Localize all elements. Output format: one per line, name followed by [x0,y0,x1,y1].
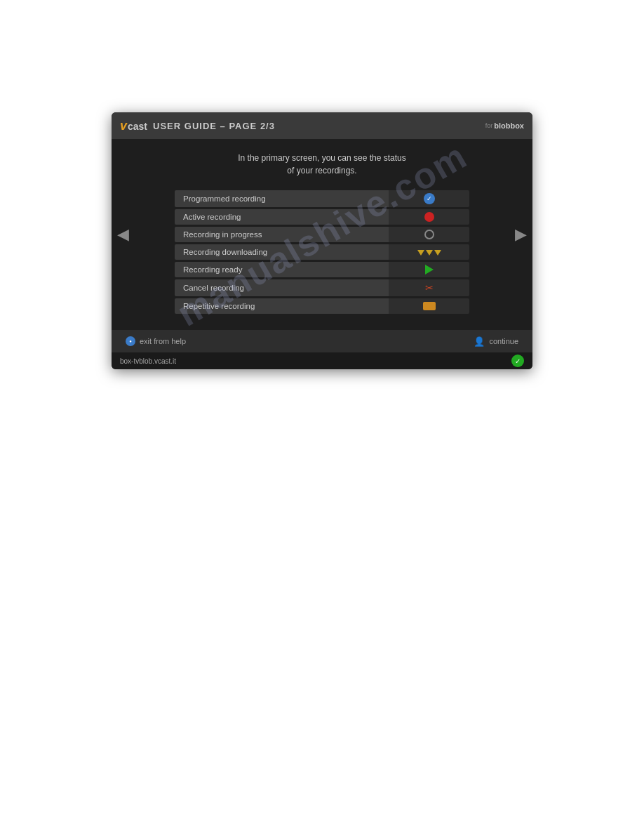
blobbox-for: for [485,122,493,129]
ready-play-icon [425,265,434,274]
continue-label: continue [489,337,518,345]
header-title: USER GUIDE – PAGE 2/3 [153,121,275,131]
recording-label: Programmed recording [175,190,389,207]
blobbox-logo: for blobbox [485,121,524,130]
recording-label: Recording in progress [175,227,389,242]
table-row: Cancel recording ✂ [175,279,469,296]
footer-exit[interactable]: exit from help [126,336,186,346]
recording-label: Recording ready [175,262,389,277]
exit-label: exit from help [140,337,186,345]
download-arrow-1 [417,250,424,256]
logo-v: v [120,119,127,133]
recording-label: Active recording [175,209,389,225]
table-row: Programmed recording [175,190,469,207]
nav-arrow-right[interactable]: ▶ [515,225,527,244]
active-recording-icon [424,212,434,222]
recording-icon-cell [389,244,469,260]
tv-frame: v cast USER GUIDE – PAGE 2/3 for blobbox… [112,112,532,369]
blobbox-text: blobbox [494,121,524,130]
footer-bar: exit from help 👤 continue [112,330,532,352]
status-url: box-tvblob.vcast.it [120,357,176,365]
recording-label: Cancel recording [175,279,389,296]
table-row: Recording downloading [175,244,469,260]
recording-icon-cell [389,298,469,314]
footer-continue[interactable]: 👤 continue [474,336,518,347]
recordings-table: Programmed recording Active recording [175,188,469,316]
status-bar: box-tvblob.vcast.it [112,352,532,369]
recording-icon-cell [389,227,469,242]
continue-icon: 👤 [474,336,485,347]
recording-icon-cell: ✂ [389,279,469,296]
table-row: Recording in progress [175,227,469,242]
download-arrow-2 [426,250,433,256]
description-text: In the primary screen, you can see the s… [126,152,518,177]
vcast-logo: v cast [120,119,147,133]
exit-icon [126,336,135,346]
recording-label: Repetitive recording [175,298,389,314]
logo-area: v cast USER GUIDE – PAGE 2/3 [120,119,275,133]
status-check-icon [511,355,524,367]
main-content: manualshive.com ◀ ▶ In the primary scree… [112,139,532,330]
page-wrapper: v cast USER GUIDE – PAGE 2/3 for blobbox… [112,112,532,369]
recording-label: Recording downloading [175,244,389,260]
table-row: Active recording [175,209,469,225]
table-row: Repetitive recording [175,298,469,314]
download-arrow-3 [434,250,441,256]
logo-cast: cast [128,121,147,132]
cancel-icon: ✂ [425,282,434,293]
table-row: Recording ready [175,262,469,277]
nav-arrow-left[interactable]: ◀ [117,225,129,244]
recording-icon-cell [389,190,469,207]
recording-icon-cell [389,262,469,277]
header-bar: v cast USER GUIDE – PAGE 2/3 for blobbox [112,112,532,139]
repeat-icon [423,302,436,310]
recording-progress-icon [424,230,434,239]
downloading-icon [417,250,441,256]
recording-icon-cell [389,209,469,225]
programmed-recording-icon [424,193,435,204]
